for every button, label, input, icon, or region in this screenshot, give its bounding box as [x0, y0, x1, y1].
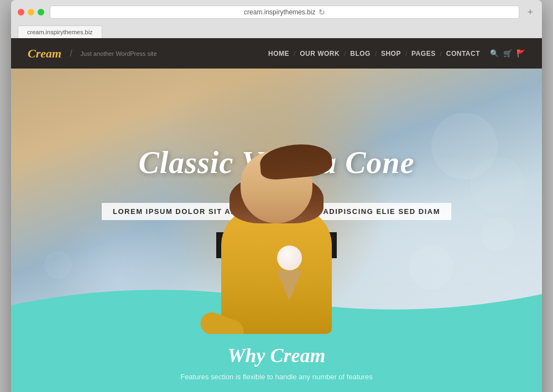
why-section: Why Cream Features section is flexible t…	[11, 333, 542, 392]
url-text: cream.inspirythemes.biz	[244, 8, 315, 16]
nav-pages[interactable]: PAGES	[409, 50, 438, 58]
flag-icon[interactable]: 🚩	[517, 49, 525, 58]
minimize-button[interactable]	[28, 9, 34, 15]
cart-icon[interactable]: 🛒	[503, 49, 512, 58]
refresh-icon[interactable]: ↻	[319, 8, 325, 17]
nav-shop[interactable]: SHOP	[379, 50, 403, 58]
ice-cream-cone-shape	[276, 270, 302, 301]
maximize-button[interactable]	[38, 9, 44, 15]
site-tagline: Just another WordPress site	[81, 50, 157, 57]
search-icon[interactable]: 🔍	[490, 49, 499, 58]
close-button[interactable]	[18, 9, 24, 15]
nav-brand: Cream / Just another WordPress site	[28, 46, 157, 61]
nav-contact[interactable]: CONTACT	[444, 50, 482, 58]
traffic-lights	[18, 9, 44, 15]
nav-our-work[interactable]: OUR WORK	[298, 50, 342, 58]
active-tab[interactable]: cream.inspirythemes.biz	[18, 25, 102, 38]
browser-chrome: cream.inspirythemes.biz ↻ + cream.inspir…	[11, 0, 542, 38]
website: Cream / Just another WordPress site HOME…	[11, 38, 542, 392]
main-nav: Cream / Just another WordPress site HOME…	[11, 38, 542, 69]
nav-icons: 🔍 🛒 🚩	[490, 49, 525, 58]
browser-top-bar: cream.inspirythemes.biz ↻ +	[18, 6, 535, 19]
nav-links: HOME / OUR WORK / BLOG / SHOP / PAGES / …	[266, 49, 525, 58]
why-title: Why Cream	[28, 344, 525, 367]
nav-blog[interactable]: BLOG	[348, 50, 373, 58]
browser-tabs: cream.inspirythemes.biz	[18, 23, 535, 38]
ice-cream-cone	[276, 245, 302, 301]
why-subtitle: Features section is flexible to handle a…	[28, 373, 525, 381]
ice-cream-scoop	[277, 245, 302, 270]
why-section-wrapper: Why Cream Features section is flexible t…	[11, 333, 542, 392]
site-logo[interactable]: Cream	[28, 46, 61, 61]
nav-brand-divider: /	[70, 49, 72, 59]
nav-home[interactable]: HOME	[266, 50, 291, 58]
new-tab-button[interactable]: +	[525, 7, 535, 18]
browser-window: cream.inspirythemes.biz ↻ + cream.inspir…	[11, 0, 542, 392]
address-bar[interactable]: cream.inspirythemes.biz ↻	[50, 6, 519, 19]
